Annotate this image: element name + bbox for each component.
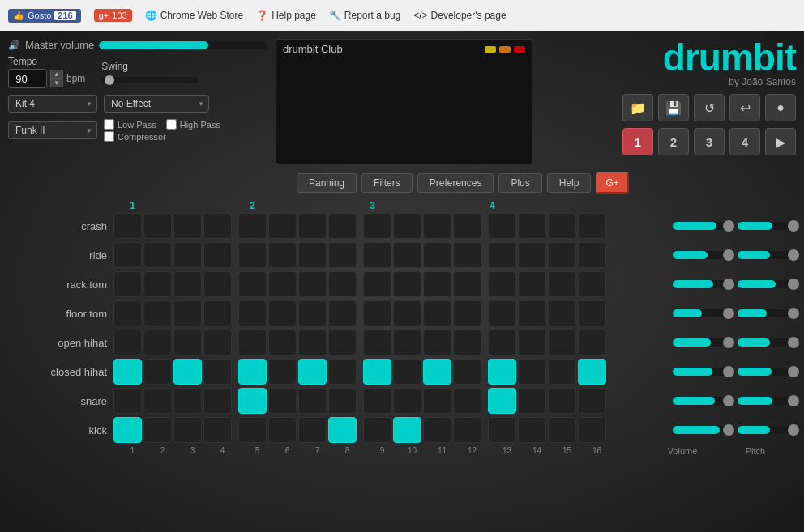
pad-0-3[interactable] xyxy=(203,213,232,239)
pad-1-6[interactable] xyxy=(298,242,327,268)
pad-4-11[interactable] xyxy=(453,330,481,355)
pad-4-10[interactable] xyxy=(423,330,451,355)
pad-3-8[interactable] xyxy=(363,300,391,326)
pad-1-4[interactable] xyxy=(238,242,267,268)
pad-4-3[interactable] xyxy=(203,330,232,355)
pad-3-10[interactable] xyxy=(423,300,451,326)
pad-3-15[interactable] xyxy=(578,300,606,326)
pad-6-11[interactable] xyxy=(453,388,481,414)
pad-7-6[interactable] xyxy=(298,417,327,443)
pad-0-10[interactable] xyxy=(423,213,451,239)
pad-7-3[interactable] xyxy=(203,417,232,443)
pattern-select[interactable]: Funk II Funk I Rock Jazz xyxy=(8,121,97,139)
pad-3-2[interactable] xyxy=(173,300,202,326)
pad-4-0[interactable] xyxy=(113,330,142,355)
pad-3-7[interactable] xyxy=(328,300,357,326)
pad-7-11[interactable] xyxy=(453,417,481,443)
pad-2-5[interactable] xyxy=(268,271,297,297)
pad-5-11[interactable] xyxy=(453,359,481,385)
open-button[interactable]: 📁 xyxy=(622,94,653,121)
high-pass-checkbox[interactable] xyxy=(166,119,177,130)
pad-1-15[interactable] xyxy=(578,242,606,268)
pad-1-3[interactable] xyxy=(203,242,232,268)
pad-3-11[interactable] xyxy=(453,300,481,326)
pad-1-7[interactable] xyxy=(328,242,357,268)
pad-7-4[interactable] xyxy=(238,417,267,443)
pad-6-1[interactable] xyxy=(143,388,172,414)
pad-3-6[interactable] xyxy=(298,300,327,326)
pad-3-12[interactable] xyxy=(488,300,516,326)
pad-4-6[interactable] xyxy=(298,330,327,355)
pad-5-12[interactable] xyxy=(488,359,516,385)
dev-page-link[interactable]: </> Developer's page xyxy=(413,10,506,21)
facebook-button[interactable]: 👍 Gosto 216 xyxy=(8,9,81,23)
pattern-btn-1[interactable]: 1 xyxy=(622,128,653,155)
pad-5-4[interactable] xyxy=(238,359,267,385)
pad-7-9[interactable] xyxy=(393,417,421,443)
play-button[interactable]: ▶ xyxy=(765,128,796,155)
pad-4-13[interactable] xyxy=(518,330,546,355)
tab-panning[interactable]: Panning xyxy=(297,173,357,193)
pitch-slider-1[interactable] xyxy=(738,251,796,259)
pad-3-3[interactable] xyxy=(203,300,232,326)
pad-2-0[interactable] xyxy=(113,271,142,297)
pad-6-0[interactable] xyxy=(113,388,142,414)
save-button[interactable]: 💾 xyxy=(658,94,689,121)
effect-select[interactable]: No Effect Reverb Delay xyxy=(104,95,209,113)
pad-1-14[interactable] xyxy=(548,242,576,268)
vol-slider-4[interactable] xyxy=(673,338,731,347)
pad-6-6[interactable] xyxy=(298,388,327,414)
pad-4-9[interactable] xyxy=(393,330,421,355)
pad-5-5[interactable] xyxy=(268,359,297,385)
pitch-slider-7[interactable] xyxy=(738,426,796,434)
vol-slider-3[interactable] xyxy=(673,309,731,317)
pad-2-6[interactable] xyxy=(298,271,327,297)
pad-7-13[interactable] xyxy=(518,417,546,443)
pad-1-10[interactable] xyxy=(423,242,451,268)
pad-5-15[interactable] xyxy=(578,359,606,385)
pad-0-14[interactable] xyxy=(548,213,576,239)
pad-0-5[interactable] xyxy=(268,213,297,239)
pad-6-7[interactable] xyxy=(328,388,357,414)
pad-6-10[interactable] xyxy=(423,388,451,414)
pad-0-15[interactable] xyxy=(578,213,606,239)
kit-select[interactable]: Kit 4 Kit 1 Kit 2 Kit 3 xyxy=(8,95,97,113)
pad-4-5[interactable] xyxy=(268,330,297,355)
pad-6-5[interactable] xyxy=(268,388,297,414)
compressor-checkbox[interactable] xyxy=(104,131,114,142)
vol-slider-6[interactable] xyxy=(673,397,731,405)
report-bug-link[interactable]: 🔧 Report a bug xyxy=(329,10,400,21)
pad-4-12[interactable] xyxy=(488,330,516,355)
pad-1-1[interactable] xyxy=(143,242,172,268)
tempo-down[interactable]: ▼ xyxy=(50,79,63,87)
pattern-btn-2[interactable]: 2 xyxy=(658,128,689,155)
tempo-input[interactable] xyxy=(8,69,47,88)
vol-slider-2[interactable] xyxy=(673,280,731,288)
pad-7-1[interactable] xyxy=(143,417,172,443)
pad-1-0[interactable] xyxy=(113,242,142,268)
pattern-btn-4[interactable]: 4 xyxy=(729,128,760,155)
pitch-slider-6[interactable] xyxy=(738,397,796,405)
pad-0-7[interactable] xyxy=(328,213,357,239)
pad-3-4[interactable] xyxy=(238,300,267,326)
pad-0-4[interactable] xyxy=(238,213,267,239)
pad-2-4[interactable] xyxy=(238,271,267,297)
pad-1-9[interactable] xyxy=(393,242,421,268)
vol-slider-1[interactable] xyxy=(673,251,731,259)
pad-5-13[interactable] xyxy=(518,359,546,385)
pad-6-4[interactable] xyxy=(238,388,267,414)
pad-3-1[interactable] xyxy=(143,300,172,326)
low-pass-checkbox[interactable] xyxy=(104,119,114,130)
chrome-store-link[interactable]: 🌐 Chrome Web Store xyxy=(145,10,244,21)
pad-4-1[interactable] xyxy=(143,330,172,355)
pad-6-3[interactable] xyxy=(203,388,232,414)
pad-4-14[interactable] xyxy=(548,330,576,355)
pad-0-13[interactable] xyxy=(518,213,546,239)
pad-0-0[interactable] xyxy=(113,213,142,239)
pad-1-5[interactable] xyxy=(268,242,297,268)
pad-1-13[interactable] xyxy=(518,242,546,268)
pad-7-2[interactable] xyxy=(173,417,202,443)
pad-5-7[interactable] xyxy=(328,359,357,385)
pad-6-8[interactable] xyxy=(363,388,391,414)
pad-0-9[interactable] xyxy=(393,213,421,239)
